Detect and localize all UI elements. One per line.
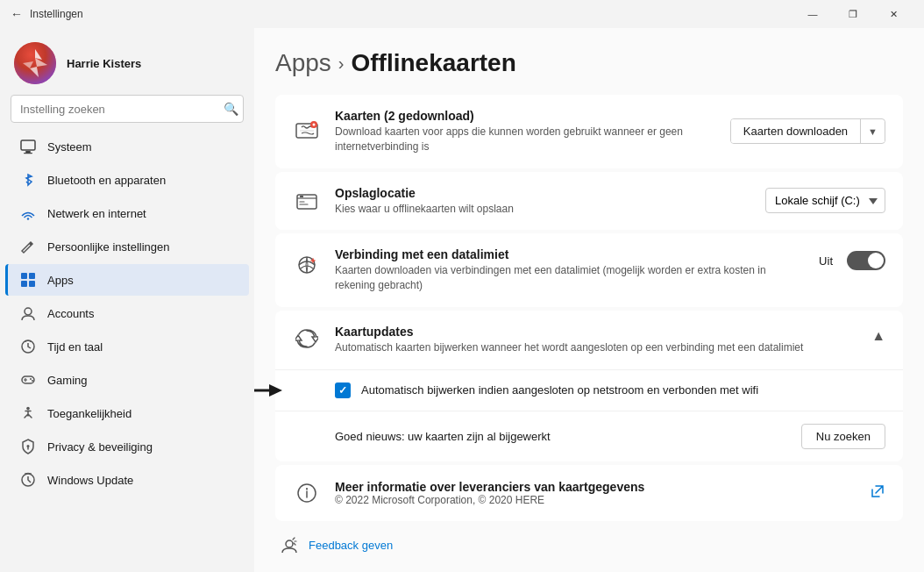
privacy-label: Privacy & beveiliging [47,440,153,454]
svg-rect-2 [25,151,31,153]
windows-update-label: Windows Update [47,474,133,487]
user-section: Harrie Kisters [0,28,254,91]
main-layout: Harrie Kisters 🔍 Systeem Bluetooth en ap… [0,28,924,572]
opslaglocatie-select[interactable]: Lokale schijf (C:) [765,188,885,213]
apps-label: Apps [47,274,74,287]
verbinding-toggle[interactable] [847,251,885,270]
persoonlijk-icon [19,238,37,255]
apps-icon [19,271,37,289]
opslaglocatie-desc: Kies waar u offlinekaarten wilt opslaan [335,202,751,217]
sidebar-item-tijd[interactable]: Tijd en taal [5,331,249,362]
opslaglocatie-action: Lokale schijf (C:) [765,188,885,213]
toegankelijkheid-label: Toegankelijkheid [47,407,131,420]
svg-marker-24 [269,384,282,397]
svg-rect-5 [21,273,27,279]
svg-point-4 [27,218,29,219]
kaartupdates-expand-icon[interactable]: ▲ [871,328,885,344]
sidebar-item-accounts[interactable]: Accounts [5,297,249,329]
accounts-icon [19,304,37,322]
goed-nieuws-text: Goed nieuws: uw kaarten zijn al bijgewer… [335,430,551,443]
gaming-label: Gaming [47,374,88,387]
sidebar-item-persoonlijk[interactable]: Persoonlijke instellingen [5,231,249,262]
svg-point-13 [32,380,33,382]
svg-rect-8 [29,281,35,287]
accounts-label: Accounts [47,307,94,320]
tijd-icon [19,338,37,355]
maximize-button[interactable]: ❐ [833,0,873,28]
kaartupdates-content: Kaartupdates Automatisch kaarten bijwerk… [335,325,857,355]
svg-point-14 [26,407,30,411]
svg-rect-21 [300,196,303,197]
svg-rect-6 [29,273,35,279]
kaarten-content: Kaarten (2 gedownload) Download kaarten … [335,109,716,154]
kaartupdates-header: Kaartupdates Automatisch kaarten bijwerk… [275,311,903,370]
toegankelijkheid-icon [19,404,37,422]
window-title: Instellingen [30,8,793,20]
svg-point-9 [25,308,32,315]
auto-bijwerken-checkbox[interactable]: ✓ [335,383,351,398]
checkmark-icon: ✓ [338,384,347,397]
close-button[interactable]: ✕ [873,0,913,28]
back-button[interactable]: ← [11,7,23,21]
kaarten-download-dropdown[interactable]: Kaarten downloaden ▼ [730,118,885,144]
goed-nieuws-row: Goed nieuws: uw kaarten zijn al bijgewer… [275,411,903,461]
opslaglocatie-card: Opslaglocatie Kies waar u offlinekaarten… [275,172,903,231]
opslaglocatie-content: Opslaglocatie Kies waar u offlinekaarten… [335,186,751,217]
kaarten-desc: Download kaarten voor apps die kunnen wo… [335,125,716,154]
user-name: Harrie Kisters [67,57,141,70]
verbinding-action: Uit [819,251,885,270]
systeem-label: Systeem [47,140,92,154]
persoonlijk-label: Persoonlijke instellingen [47,240,169,254]
kaartupdates-title: Kaartupdates [335,325,857,339]
bluetooth-label: Bluetooth en apparaten [47,174,166,187]
svg-point-12 [30,378,32,380]
sidebar-item-bluetooth[interactable]: Bluetooth en apparaten [5,164,249,196]
kaarten-title: Kaarten (2 gedownload) [335,109,716,123]
sidebar-item-toegankelijkheid[interactable]: Toegankelijkheid [5,397,249,429]
gaming-icon [19,371,37,389]
opslaglocatie-icon [293,187,321,215]
kaartupdates-icon [293,325,321,353]
nu-zoeken-btn[interactable]: Nu zoeken [801,424,885,449]
auto-bijwerken-label: Automatisch bijwerken indien aangesloten… [361,383,758,397]
tijd-label: Tijd en taal [47,340,103,354]
svg-rect-1 [21,140,35,150]
sidebar-item-systeem[interactable]: Systeem [5,131,249,162]
search-box: 🔍 [11,95,244,123]
search-icon[interactable]: 🔍 [224,102,238,116]
sidebar-item-windows-update[interactable]: Windows Update [5,464,249,496]
kaarten-action: Kaarten downloaden ▼ [730,118,885,144]
breadcrumb-current: Offlinekaarten [352,49,516,77]
sidebar-item-privacy[interactable]: Privacy & beveiliging [5,431,249,462]
sidebar-item-apps[interactable]: Apps [5,264,249,296]
windows-update-icon [19,471,37,489]
sidebar-item-netwerk[interactable]: Netwerk en internet [5,197,249,229]
breadcrumb-separator: › [338,54,345,74]
verbinding-title: Verbinding met een datalimiet [335,247,805,261]
verbinding-content: Verbinding met een datalimiet Kaarten do… [335,247,805,293]
svg-rect-7 [21,281,27,287]
info-link-icon[interactable] [870,483,885,503]
bluetooth-icon [19,171,37,189]
breadcrumb: Apps › Offlinekaarten [275,49,903,77]
avatar [14,42,56,84]
info-content: Meer informatie over leveranciers van ka… [335,480,856,506]
kaartupdates-section: Kaartupdates Automatisch kaarten bijwerk… [275,311,903,461]
search-input[interactable] [11,95,244,123]
feedback-row: Feedback geven [275,525,903,556]
minimize-button[interactable]: — [793,0,833,28]
info-icon [293,479,321,507]
info-card: Meer informatie over leveranciers van ka… [275,465,903,521]
verbinding-toggle-label: Uit [819,254,833,268]
sidebar-item-gaming[interactable]: Gaming [5,364,249,396]
titlebar: ← Instellingen — ❐ ✕ [0,0,924,28]
opslaglocatie-title: Opslaglocatie [335,186,751,200]
content-area: Apps › Offlinekaarten Kaarten (2 gedownl… [254,28,924,572]
kaarten-download-btn[interactable]: Kaarten downloaden [731,119,861,143]
info-title: Meer informatie over leveranciers van ka… [335,480,856,494]
verbinding-card: Verbinding met een datalimiet Kaarten do… [275,233,903,307]
feedback-link[interactable]: Feedback geven [309,539,393,552]
kaarten-dropdown-arrow[interactable]: ▼ [861,121,885,142]
breadcrumb-apps[interactable]: Apps [275,49,331,77]
kaarten-icon [293,118,321,146]
